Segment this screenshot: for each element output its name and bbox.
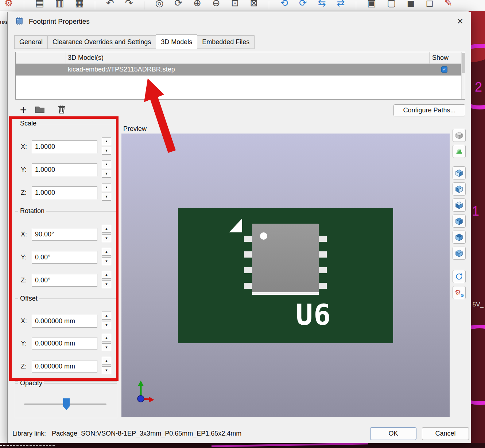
ok-button[interactable]: OK bbox=[370, 427, 416, 440]
scale-x-input[interactable] bbox=[32, 140, 97, 153]
scale-x-spin-up[interactable]: ▲ bbox=[102, 137, 111, 145]
scale-group-title: Scale bbox=[18, 120, 38, 127]
opacity-group: Opacity bbox=[15, 383, 117, 418]
refresh-icon[interactable]: ⟳ bbox=[174, 0, 182, 8]
table-header: 3D Model(s) Show bbox=[16, 52, 465, 64]
view-cube-icon bbox=[455, 233, 463, 241]
tab-3d-models[interactable]: 3D Models bbox=[156, 34, 197, 49]
dialog-titlebar[interactable]: Footprint Properties ✕ bbox=[8, 12, 471, 31]
3d-preview[interactable]: U6 bbox=[121, 134, 450, 417]
view-back-button[interactable] bbox=[453, 215, 466, 228]
offset-z-spin-up[interactable]: ▲ bbox=[102, 357, 111, 365]
scale-y-input[interactable] bbox=[32, 163, 97, 176]
scale-group: Scale X: ▲▼ Y: ▲▼ Z: ▲▼ bbox=[15, 124, 117, 211]
ungroup-icon[interactable]: ▢ bbox=[387, 0, 396, 8]
view-left-button[interactable] bbox=[453, 166, 466, 179]
toolbar-separator bbox=[95, 1, 95, 9]
chip-body bbox=[252, 224, 319, 292]
board-setup-icon[interactable]: ▤ bbox=[35, 0, 44, 8]
rotate-ccw-icon[interactable]: ⟲ bbox=[280, 0, 288, 8]
view-bottom-button[interactable] bbox=[453, 247, 466, 260]
tab-general[interactable]: General bbox=[14, 35, 48, 49]
zoom-in-icon[interactable]: ⊕ bbox=[193, 0, 201, 8]
view-right-button[interactable] bbox=[453, 182, 466, 196]
zoom-selection-icon[interactable]: ⊠ bbox=[250, 0, 258, 8]
model-row[interactable]: kicad-embed://TPS2115ADRBR.step ✓ bbox=[16, 64, 461, 76]
rotate-cw-icon[interactable]: ⟳ bbox=[299, 0, 307, 8]
offset-z-input[interactable] bbox=[32, 360, 97, 373]
view-front-button[interactable] bbox=[453, 198, 466, 212]
rotation-x-spin-up[interactable]: ▲ bbox=[102, 225, 111, 233]
view-top-button[interactable] bbox=[453, 231, 466, 244]
trash-icon bbox=[58, 105, 66, 115]
rotation-y-spin-down[interactable]: ▼ bbox=[102, 257, 111, 265]
rotation-y-input[interactable] bbox=[32, 251, 97, 264]
rotation-z-input[interactable] bbox=[32, 274, 97, 287]
edit-icon[interactable]: ✎ bbox=[445, 0, 453, 8]
background-pcb-bottom bbox=[0, 443, 485, 448]
close-icon[interactable]: ✕ bbox=[457, 17, 463, 26]
pcb-net-label: 5V_ bbox=[473, 301, 484, 308]
print-icon[interactable]: ▥ bbox=[55, 0, 64, 8]
rotation-z-spin-down[interactable]: ▼ bbox=[102, 280, 111, 288]
offset-y-input[interactable] bbox=[32, 337, 97, 350]
opacity-slider-handle[interactable] bbox=[63, 398, 70, 410]
column-header-models: 3D Model(s) bbox=[68, 54, 104, 62]
add-model-button[interactable]: + bbox=[17, 104, 30, 116]
scale-y-label: Y: bbox=[21, 166, 27, 174]
plot-icon[interactable]: ▦ bbox=[75, 0, 84, 8]
silkscreen-line bbox=[252, 292, 319, 295]
chip-pad bbox=[319, 267, 327, 273]
offset-x-spin-down[interactable]: ▼ bbox=[102, 321, 111, 329]
browse-model-button[interactable] bbox=[34, 104, 46, 116]
lock-icon[interactable]: ◼ bbox=[407, 0, 415, 8]
offset-y-spin-down[interactable]: ▼ bbox=[102, 343, 111, 351]
preview-label: Preview bbox=[123, 125, 147, 133]
undo-icon[interactable]: ↶ bbox=[106, 0, 114, 8]
offset-x-spin-up[interactable]: ▲ bbox=[102, 312, 111, 320]
mirror-icon[interactable]: ⇄ bbox=[337, 0, 345, 8]
zoom-fit-icon[interactable]: ⊡ bbox=[231, 0, 239, 8]
reload-model-button[interactable] bbox=[453, 270, 466, 283]
scale-x-spin-down[interactable]: ▼ bbox=[102, 147, 111, 155]
unlock-icon[interactable]: ◻ bbox=[426, 0, 434, 8]
toolbar-separator bbox=[144, 1, 144, 9]
chip-pad bbox=[244, 236, 252, 242]
rotation-x-input[interactable] bbox=[32, 228, 97, 241]
perspective-view-button[interactable] bbox=[453, 145, 466, 158]
find-icon[interactable]: ◎ bbox=[155, 0, 164, 8]
offset-x-input[interactable] bbox=[32, 315, 97, 328]
offset-y-spin-up[interactable]: ▲ bbox=[102, 334, 111, 342]
show-checkbox[interactable]: ✓ bbox=[441, 66, 447, 73]
scale-z-input[interactable] bbox=[32, 186, 97, 199]
zoom-out-icon[interactable]: ⊖ bbox=[212, 0, 220, 8]
rotation-x-spin-down[interactable]: ▼ bbox=[102, 234, 111, 242]
scale-y-spin-down[interactable]: ▼ bbox=[102, 170, 111, 178]
scrollbar-thumb[interactable] bbox=[462, 53, 465, 73]
cancel-button[interactable]: Cancel bbox=[422, 427, 469, 440]
tab-embedded-files[interactable]: Embedded Files bbox=[197, 35, 255, 49]
orthographic-view-button[interactable] bbox=[453, 129, 466, 142]
table-scrollbar[interactable] bbox=[461, 52, 465, 99]
preview-settings-button[interactable]: ⚙ ⚙ bbox=[453, 286, 466, 299]
perspective-plane-icon bbox=[455, 147, 463, 155]
redo-icon[interactable]: ↷ bbox=[125, 0, 133, 8]
view-cube-icon bbox=[455, 185, 463, 193]
delete-model-button[interactable] bbox=[55, 104, 68, 116]
toolbar-separator bbox=[269, 1, 269, 9]
flip-horizontal-icon[interactable]: ⇆ bbox=[318, 0, 326, 8]
rotation-y-spin-up[interactable]: ▲ bbox=[102, 248, 111, 256]
view-cube-icon bbox=[455, 249, 463, 257]
tab-clearance-overrides[interactable]: Clearance Overrides and Settings bbox=[47, 35, 156, 49]
rotation-z-spin-up[interactable]: ▲ bbox=[102, 271, 111, 279]
offset-z-spin-down[interactable]: ▼ bbox=[102, 366, 111, 374]
footprint-properties-dialog: Footprint Properties ✕ General Clearance… bbox=[7, 12, 471, 443]
rotation-group-title: Rotation bbox=[18, 207, 46, 215]
scale-z-spin-up[interactable]: ▲ bbox=[102, 183, 111, 191]
settings-icon[interactable]: ⚙ bbox=[4, 0, 13, 8]
view-cube-icon bbox=[455, 201, 463, 209]
group-icon[interactable]: ▣ bbox=[367, 0, 376, 8]
scale-z-spin-down[interactable]: ▼ bbox=[102, 193, 111, 201]
scale-y-spin-up[interactable]: ▲ bbox=[102, 160, 111, 168]
configure-paths-button[interactable]: Configure Paths... bbox=[393, 104, 465, 116]
